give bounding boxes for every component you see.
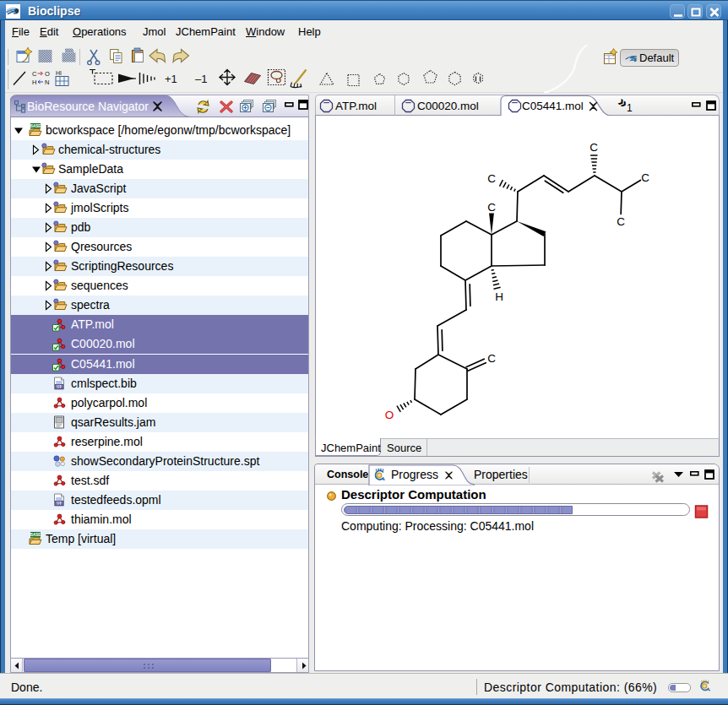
svg-text:010: 010 <box>56 502 63 506</box>
svg-text:H: H <box>495 290 503 303</box>
svg-text:C: C <box>487 201 496 214</box>
svg-text:N: N <box>45 79 49 86</box>
svg-text:H: H <box>32 79 36 86</box>
svg-text:O: O <box>385 409 394 421</box>
svg-text:BASE: BASE <box>30 124 41 128</box>
svg-text:C: C <box>641 171 649 184</box>
svg-text:BASE: BASE <box>30 533 41 537</box>
svg-text:C: C <box>32 70 37 78</box>
svg-text:C: C <box>487 172 496 185</box>
svg-text:HI: HI <box>56 70 62 76</box>
svg-text:010: 010 <box>56 385 63 389</box>
svg-text:–1: –1 <box>195 73 207 85</box>
svg-text:C: C <box>589 141 598 154</box>
svg-text:+1: +1 <box>165 73 177 85</box>
svg-text:C: C <box>487 352 496 365</box>
svg-text:O: O <box>45 70 50 78</box>
svg-text:C: C <box>617 215 625 228</box>
